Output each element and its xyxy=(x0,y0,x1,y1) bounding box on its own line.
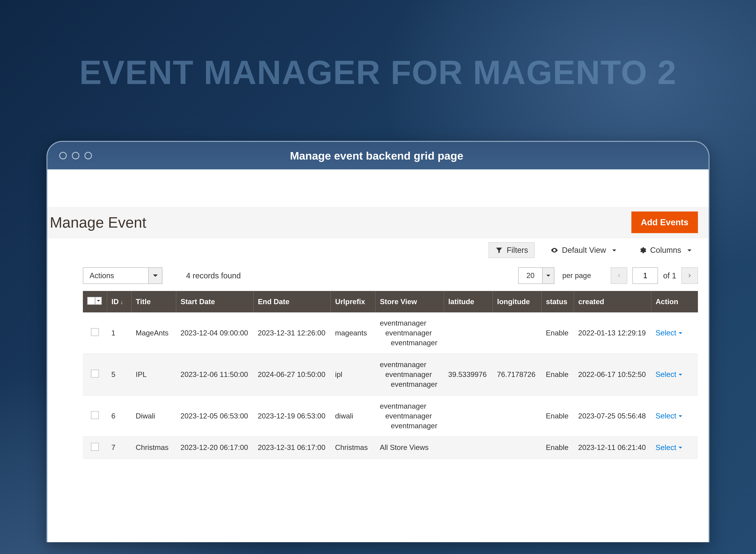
cell-latitude xyxy=(444,313,493,354)
cell-status: Enable xyxy=(541,437,574,458)
cell-title: Christmas xyxy=(131,437,176,458)
filters-button[interactable]: Filters xyxy=(489,242,535,258)
cell-longitude xyxy=(493,437,541,458)
row-checkbox[interactable] xyxy=(91,443,99,451)
cell-title: IPL xyxy=(131,354,176,395)
per-page-value: 20 xyxy=(518,268,542,283)
col-action: Action xyxy=(651,291,698,313)
col-longitude[interactable]: longitude xyxy=(493,291,541,313)
page-of-label: of 1 xyxy=(663,271,676,280)
select-all-checkbox[interactable] xyxy=(87,297,95,305)
table-header: ID↓ Title Start Date End Date Urlprefix … xyxy=(83,291,698,313)
page-title: Manage Event xyxy=(50,214,146,231)
browser-frame: Manage event backend grid page Manage Ev… xyxy=(46,141,710,542)
col-latitude[interactable]: latitude xyxy=(444,291,493,313)
cell-title: MageAnts xyxy=(131,313,176,354)
table-row: 6Diwali2023-12-05 06:53:002023-12-19 06:… xyxy=(83,395,698,437)
cell-end-date: 2023-12-31 12:26:00 xyxy=(253,313,331,354)
cell-end-date: 2023-12-19 06:53:00 xyxy=(253,395,331,437)
row-checkbox[interactable] xyxy=(91,370,99,378)
cell-start-date: 2023-12-05 06:53:00 xyxy=(176,395,254,437)
eye-icon xyxy=(550,246,558,254)
cell-action: Select xyxy=(651,354,698,395)
cell-latitude: 39.5339976 xyxy=(444,354,493,395)
cell-action: Select xyxy=(651,313,698,354)
events-table: ID↓ Title Start Date End Date Urlprefix … xyxy=(83,291,698,458)
cell-store-view: All Store Views xyxy=(375,437,444,458)
col-urlprefix[interactable]: Urlprefix xyxy=(331,291,375,313)
default-view-label: Default View xyxy=(562,246,606,255)
per-page-label: per page xyxy=(562,272,591,280)
hero-title: EVENT MANAGER FOR MAGENTO 2 xyxy=(0,53,756,92)
cell-end-date: 2023-12-31 06:17:00 xyxy=(253,437,331,458)
cell-action: Select xyxy=(651,395,698,437)
col-id[interactable]: ID↓ xyxy=(107,291,131,313)
cell-longitude: 76.7178726 xyxy=(493,354,541,395)
columns-label: Columns xyxy=(650,246,681,255)
pager: of 1 xyxy=(611,267,698,284)
page-number-input[interactable] xyxy=(633,267,658,284)
per-page-select[interactable]: 20 xyxy=(518,267,554,284)
chevron-right-icon xyxy=(687,273,692,278)
row-action-select[interactable]: Select xyxy=(655,329,682,337)
cell-longitude xyxy=(493,313,541,354)
app-body: Manage Event Add Events Filters Default … xyxy=(47,169,709,542)
cell-store-view: eventmanagereventmanagereventmanager xyxy=(375,395,444,437)
cell-start-date: 2023-12-20 06:17:00 xyxy=(176,437,254,458)
col-end-date[interactable]: End Date xyxy=(253,291,331,313)
cell-status: Enable xyxy=(541,354,574,395)
cell-action: Select xyxy=(651,437,698,458)
records-found-label: 4 records found xyxy=(186,271,241,280)
select-all-menu[interactable] xyxy=(95,297,102,305)
cell-id: 1 xyxy=(107,313,131,354)
cell-created: 2022-06-17 10:52:50 xyxy=(574,354,651,395)
cell-urlprefix: mageants xyxy=(331,313,375,354)
row-action-select[interactable]: Select xyxy=(655,412,682,420)
row-action-select[interactable]: Select xyxy=(655,443,682,452)
prev-page-button[interactable] xyxy=(611,267,627,284)
col-created[interactable]: created xyxy=(574,291,651,313)
cell-longitude xyxy=(493,395,541,437)
cell-latitude xyxy=(444,395,493,437)
cell-id: 7 xyxy=(107,437,131,458)
row-checkbox[interactable] xyxy=(91,328,99,336)
col-store-view[interactable]: Store View xyxy=(375,291,444,313)
table-row: 7Christmas2023-12-20 06:17:002023-12-31 … xyxy=(83,437,698,458)
frame-header: Manage event backend grid page xyxy=(47,142,709,169)
toolbar-top: Filters Default View Columns xyxy=(47,238,709,262)
columns-button[interactable]: Columns xyxy=(632,242,698,258)
chevron-down-icon xyxy=(542,268,554,283)
add-events-button[interactable]: Add Events xyxy=(632,212,698,233)
col-status[interactable]: status xyxy=(541,291,574,313)
cell-status: Enable xyxy=(541,313,574,354)
cell-id: 6 xyxy=(107,395,131,437)
gear-icon xyxy=(639,246,647,254)
filters-label: Filters xyxy=(507,246,528,255)
actions-select-label: Actions xyxy=(83,268,148,283)
sort-indicator-icon: ↓ xyxy=(120,299,123,305)
row-action-select[interactable]: Select xyxy=(655,370,682,379)
cell-urlprefix: diwali xyxy=(331,395,375,437)
table-row: 5IPL2023-12-06 11:50:002024-06-27 10:50:… xyxy=(83,354,698,395)
cell-store-view: eventmanagereventmanagereventmanager xyxy=(375,313,444,354)
frame-title: Manage event backend grid page xyxy=(56,149,697,162)
cell-store-view: eventmanagereventmanagereventmanager xyxy=(375,354,444,395)
cell-status: Enable xyxy=(541,395,574,437)
next-page-button[interactable] xyxy=(682,267,698,284)
funnel-icon xyxy=(495,246,503,254)
cell-end-date: 2024-06-27 10:50:00 xyxy=(253,354,331,395)
default-view-button[interactable]: Default View xyxy=(544,242,623,258)
chevron-left-icon xyxy=(616,273,621,278)
page-header: Manage Event Add Events xyxy=(47,207,709,238)
col-title[interactable]: Title xyxy=(131,291,176,313)
cell-start-date: 2023-12-06 11:50:00 xyxy=(176,354,254,395)
row-checkbox[interactable] xyxy=(91,411,99,419)
header-checkbox-cell[interactable] xyxy=(83,291,107,313)
cell-latitude xyxy=(444,437,493,458)
cell-created: 2023-12-11 06:21:40 xyxy=(574,437,651,458)
cell-urlprefix: Christmas xyxy=(331,437,375,458)
actions-select[interactable]: Actions xyxy=(83,267,162,284)
cell-created: 2022-01-13 12:29:19 xyxy=(574,313,651,354)
cell-created: 2023-07-25 05:56:48 xyxy=(574,395,651,437)
col-start-date[interactable]: Start Date xyxy=(176,291,254,313)
